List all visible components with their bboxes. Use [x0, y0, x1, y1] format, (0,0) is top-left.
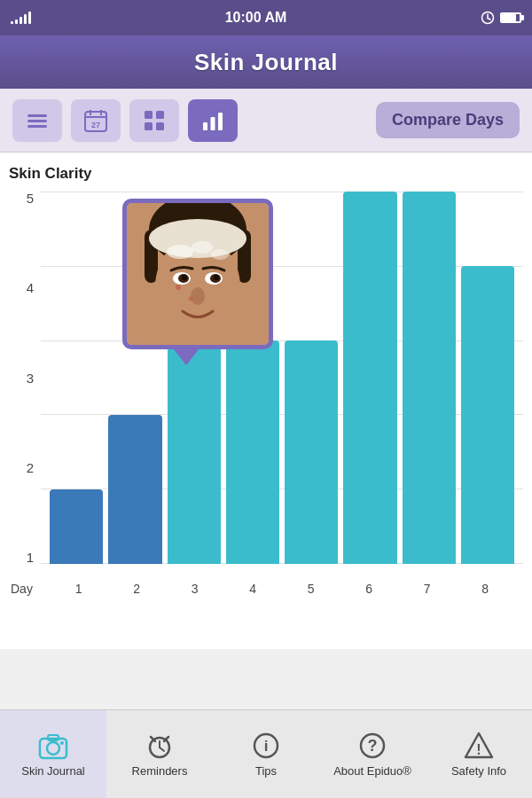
photo-popup-arrow: [174, 349, 199, 365]
clock-status-icon: [481, 11, 495, 25]
x-label-day-4: 4: [224, 582, 283, 596]
svg-rect-11: [145, 111, 153, 119]
svg-rect-15: [203, 122, 207, 130]
x-label-text-6: 6: [365, 582, 372, 596]
svg-rect-13: [145, 122, 153, 130]
warning-icon: !: [464, 731, 494, 761]
svg-text:27: 27: [91, 121, 100, 129]
x-labels: 12345678: [41, 582, 523, 596]
skin-journal-nav-label: Skin Journal: [21, 764, 85, 778]
svg-point-37: [47, 742, 59, 755]
x-label-day-3: 3: [166, 582, 224, 596]
bar-wrapper-7: [403, 192, 456, 564]
skin-journal-nav-item[interactable]: Skin Journal: [0, 710, 106, 798]
info-icon: i: [251, 731, 281, 761]
bottom-nav: Skin Journal Reminders i Tips ? About Ep…: [0, 709, 532, 798]
svg-point-28: [182, 275, 187, 280]
safety-nav-item[interactable]: ! Safety Info: [426, 710, 532, 798]
svg-rect-4: [27, 120, 47, 122]
bar-day-5[interactable]: [285, 340, 338, 564]
list-view-button[interactable]: [12, 99, 62, 142]
app-header: Skin Journal: [0, 35, 532, 89]
reminders-nav-label: Reminders: [132, 764, 188, 778]
bar-wrapper-5: [285, 192, 338, 564]
svg-line-2: [488, 19, 490, 20]
y-label-3: 3: [9, 372, 34, 385]
x-label-day-8: 8: [457, 582, 515, 596]
about-nav-item[interactable]: ? About Epiduo®: [319, 710, 426, 798]
x-label-day-7: 7: [398, 582, 457, 596]
signal-icon: [11, 12, 31, 24]
svg-point-34: [192, 241, 213, 254]
chart-view-button[interactable]: [188, 99, 238, 142]
x-label-day-6: 6: [340, 582, 399, 596]
bars-area: [41, 192, 523, 564]
page-title: Skin Journal: [194, 49, 338, 76]
compare-days-button[interactable]: Compare Days: [376, 102, 520, 138]
battery-icon: [500, 12, 521, 23]
bar-day-1[interactable]: [50, 489, 103, 564]
calendar-view-button[interactable]: 27: [71, 99, 121, 142]
tips-nav-item[interactable]: i Tips: [213, 710, 319, 798]
svg-point-33: [167, 245, 193, 259]
photo-popup: [122, 199, 273, 365]
chart-container: 1 2 3 4 5: [9, 192, 523, 608]
bar-day-4[interactable]: [226, 340, 279, 564]
x-label-text-3: 3: [192, 582, 199, 596]
svg-text:?: ?: [368, 737, 378, 755]
bar-wrapper-1: [50, 192, 103, 564]
x-axis: Day 12345678: [9, 569, 523, 608]
x-label-day-2: 2: [108, 582, 167, 596]
x-label-text-1: 1: [75, 582, 82, 596]
chart-title: Skin Clarity: [9, 165, 523, 183]
calendar-icon: 27: [83, 108, 108, 133]
y-label-2: 2: [9, 461, 34, 474]
grid-icon: [142, 108, 167, 133]
x-label-text-7: 7: [424, 582, 431, 596]
x-label-day-5: 5: [282, 582, 340, 596]
y-label-4: 4: [9, 281, 34, 294]
svg-point-39: [60, 741, 64, 745]
x-label-day-1: 1: [50, 582, 108, 596]
battery-area: [481, 11, 521, 25]
svg-rect-14: [156, 122, 164, 130]
grid-view-button[interactable]: [129, 99, 179, 142]
svg-point-32: [189, 297, 193, 301]
reminders-nav-item[interactable]: Reminders: [106, 710, 213, 798]
alarm-clock-icon: [145, 731, 175, 761]
bar-day-7[interactable]: [403, 192, 456, 564]
svg-rect-12: [156, 111, 164, 119]
status-time: 10:00 AM: [225, 10, 287, 26]
svg-rect-5: [27, 125, 47, 128]
view-toolbar: 27 Compare Days: [0, 89, 532, 153]
bar-wrapper-8: [461, 192, 514, 564]
status-bar: 10:00 AM: [0, 0, 532, 35]
camera-icon: [38, 731, 68, 761]
svg-point-31: [176, 285, 181, 290]
bar-wrapper-6: [343, 192, 396, 564]
question-icon: ?: [357, 731, 387, 761]
x-label-text-5: 5: [308, 582, 315, 596]
svg-point-29: [214, 275, 219, 280]
svg-line-42: [160, 747, 164, 751]
chart-area: Skin Clarity 1 2 3 4 5: [0, 153, 532, 649]
bar-day-6[interactable]: [343, 192, 396, 564]
about-nav-label: About Epiduo®: [333, 764, 411, 778]
y-axis: 1 2 3 4 5: [9, 192, 34, 564]
x-label-text-4: 4: [249, 582, 256, 596]
svg-rect-17: [218, 113, 223, 130]
svg-text:i: i: [264, 738, 269, 755]
y-label-5: 5: [9, 192, 34, 205]
svg-point-30: [191, 287, 205, 305]
bar-day-8[interactable]: [461, 266, 514, 564]
y-label-1: 1: [9, 551, 34, 564]
svg-rect-3: [27, 114, 47, 117]
svg-rect-16: [211, 117, 215, 130]
bar-day-3[interactable]: [168, 340, 221, 564]
tips-nav-label: Tips: [255, 764, 277, 778]
face-photo: [127, 203, 269, 345]
x-label-text-8: 8: [481, 582, 489, 596]
signal-area: [11, 12, 31, 24]
svg-text:!: !: [476, 742, 481, 757]
bar-day-2[interactable]: [108, 415, 161, 564]
